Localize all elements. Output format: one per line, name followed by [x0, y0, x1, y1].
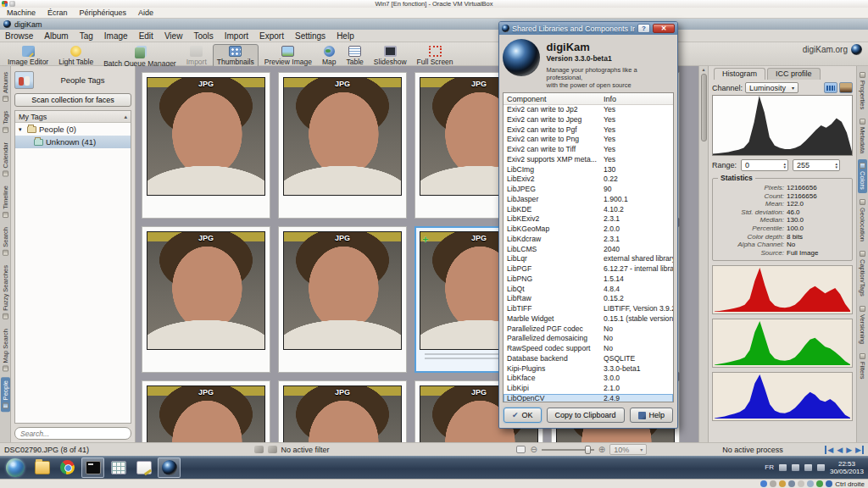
sidebar-tab[interactable]: Timeline: [1, 182, 10, 221]
tree-item-people[interactable]: ▾ People (0): [15, 123, 131, 136]
copy-to-clipboard-button[interactable]: Copy to Clipboard: [547, 408, 625, 423]
full-image-button[interactable]: [839, 82, 853, 93]
table-row[interactable]: LibLCMS 2040: [504, 245, 673, 255]
zoom-level-select[interactable]: 10% ▾: [609, 444, 647, 455]
sidebar-tab[interactable]: Fuzzy Searches: [1, 262, 10, 323]
menu-item[interactable]: Image: [104, 31, 128, 41]
photo-thumbnail[interactable]: JPG +: [278, 226, 407, 373]
photo-thumbnail[interactable]: JPG +: [278, 380, 407, 442]
sidebar-tab[interactable]: Geolocation: [858, 196, 867, 245]
full-screen-button[interactable]: Full Screen: [413, 44, 458, 68]
photo-thumbnail[interactable]: JPG +: [142, 72, 270, 219]
zoom-in-icon[interactable]: ⊕: [598, 445, 605, 454]
table-row[interactable]: RawSpeed codec support No: [504, 344, 673, 354]
vbox-menu-item[interactable]: Aide: [138, 8, 153, 17]
table-row[interactable]: LibExiv2 0.22: [504, 175, 673, 185]
tree-header[interactable]: My Tags ▴: [15, 111, 131, 123]
table-row[interactable]: Exiv2 can write to Tiff Yes: [504, 145, 673, 155]
tag-search-input[interactable]: [14, 427, 131, 440]
filter-reset-icon[interactable]: [254, 446, 264, 453]
menu-item[interactable]: Help: [337, 31, 354, 41]
light-table-button[interactable]: Light Table: [54, 44, 97, 68]
fit-to-window-icon[interactable]: [516, 446, 526, 453]
table-row[interactable]: LibKface 3.0.0: [504, 374, 673, 384]
table-row[interactable]: LibPGF 6.12.27 - internal library: [504, 264, 673, 274]
sidebar-tab[interactable]: Search: [1, 224, 10, 259]
slideshow-button[interactable]: Slideshow: [370, 44, 411, 68]
taskbar-digikam-button[interactable]: [158, 458, 181, 478]
table-row[interactable]: Exiv2 supports XMP meta... Yes: [504, 155, 673, 165]
tab-histogram[interactable]: Histogram: [714, 68, 765, 80]
expander-icon[interactable]: ▾: [19, 126, 25, 133]
tab-icc-profile[interactable]: ICC profile: [767, 68, 821, 80]
scroll-up-icon[interactable]: ▴: [702, 66, 704, 72]
table-row[interactable]: LibQt 4.8.4: [504, 285, 673, 295]
table-row[interactable]: Exiv2 can write to Png Yes: [504, 135, 673, 145]
menu-item[interactable]: Export: [259, 31, 284, 41]
add-face-icon[interactable]: +: [422, 233, 429, 246]
table-row[interactable]: LibKdcraw 2.3.1: [504, 235, 673, 245]
network-icon[interactable]: [804, 464, 812, 471]
filter-icon[interactable]: [268, 446, 277, 453]
sidebar-tab[interactable]: Map Search: [1, 325, 10, 374]
action-center-icon[interactable]: [792, 464, 799, 471]
sidebar-tab[interactable]: Colors: [858, 159, 867, 193]
table-row[interactable]: LibCImg 130: [504, 165, 673, 175]
sidebar-tab[interactable]: Albums: [1, 69, 10, 105]
range-max-spinner[interactable]: 255 ▴▾: [793, 159, 840, 171]
table-row[interactable]: Database backend QSQLITE: [504, 354, 673, 364]
ok-button[interactable]: ✔ OK: [504, 408, 542, 423]
sidebar-tab[interactable]: Metadata: [858, 115, 867, 157]
sidebar-tab[interactable]: Tags: [1, 108, 10, 136]
menu-item[interactable]: View: [164, 31, 183, 41]
vbox-menu-item[interactable]: Machine: [7, 8, 36, 17]
table-row[interactable]: Kipi-Plugins 3.3.0-beta1: [504, 364, 673, 374]
table-row[interactable]: LibKDE 4.10.2: [504, 205, 673, 215]
table-row[interactable]: LibKipi 2.1.0: [504, 384, 673, 394]
first-item-icon[interactable]: ◀: [825, 446, 833, 454]
language-indicator[interactable]: FR: [765, 463, 774, 471]
table-row[interactable]: LibTIFF LIBTIFF, Version 3.9.2 Cop...: [504, 304, 673, 314]
zoom-slider[interactable]: [542, 449, 594, 451]
start-button[interactable]: [6, 458, 25, 477]
taskbar-explorer-button[interactable]: [31, 458, 53, 478]
luminosity-histogram[interactable]: [712, 95, 853, 156]
menu-item[interactable]: Tools: [193, 31, 213, 41]
menu-item[interactable]: Edit: [139, 31, 153, 41]
menu-item[interactable]: Browse: [5, 31, 33, 41]
table-row[interactable]: Parallelized demosaicing No: [504, 334, 673, 344]
column-component[interactable]: Component: [504, 95, 604, 103]
menu-item[interactable]: Import: [225, 31, 248, 41]
table-button[interactable]: Table: [342, 44, 368, 68]
spinner-arrows-icon[interactable]: ▴▾: [784, 162, 788, 169]
scrollbar-thumb[interactable]: [701, 74, 707, 141]
vbox-menu-item[interactable]: Périphériques: [80, 8, 127, 17]
menu-item[interactable]: Settings: [295, 31, 326, 41]
taskbar-calculator-button[interactable]: [107, 458, 130, 478]
sidebar-tab[interactable]: Properties: [858, 69, 867, 113]
map-button[interactable]: Map: [318, 44, 341, 68]
table-row[interactable]: LibPNG 1.5.14: [504, 274, 673, 285]
table-row[interactable]: LibJasper 1.900.1: [504, 195, 673, 205]
channel-select[interactable]: Luminosity ▾: [745, 82, 798, 93]
table-row[interactable]: LibKExiv2 2.3.1: [504, 214, 673, 225]
linear-histogram-button[interactable]: [824, 82, 837, 93]
range-min-spinner[interactable]: 0 ▴▾: [741, 159, 788, 171]
table-row[interactable]: LibKGeoMap 2.0.0: [504, 225, 673, 235]
photo-thumbnail[interactable]: JPG +: [278, 72, 407, 219]
photo-thumbnail[interactable]: JPG +: [142, 380, 270, 442]
tray-expand-icon[interactable]: [779, 464, 787, 471]
spinner-arrows-icon[interactable]: ▴▾: [836, 162, 840, 169]
taskbar-terminal-button[interactable]: [81, 458, 104, 478]
image-editor-button[interactable]: Image Editor: [3, 44, 53, 68]
table-row[interactable]: LibJPEG 90: [504, 185, 673, 195]
thumbnails-button[interactable]: Thumbnails: [213, 44, 259, 68]
table-row[interactable]: LibLqr external shared library: [504, 254, 673, 264]
column-info[interactable]: Info: [604, 95, 673, 103]
table-row[interactable]: Marble Widget 0.15.1 (stable version): [504, 314, 673, 324]
table-row[interactable]: LibOpenCV 2.4.9: [504, 394, 673, 402]
taskbar-chrome-button[interactable]: [56, 458, 79, 478]
sidebar-tab[interactable]: Filters: [858, 350, 867, 382]
menu-item[interactable]: Tag: [80, 31, 93, 41]
vbox-menu-item[interactable]: Écran: [47, 8, 68, 17]
